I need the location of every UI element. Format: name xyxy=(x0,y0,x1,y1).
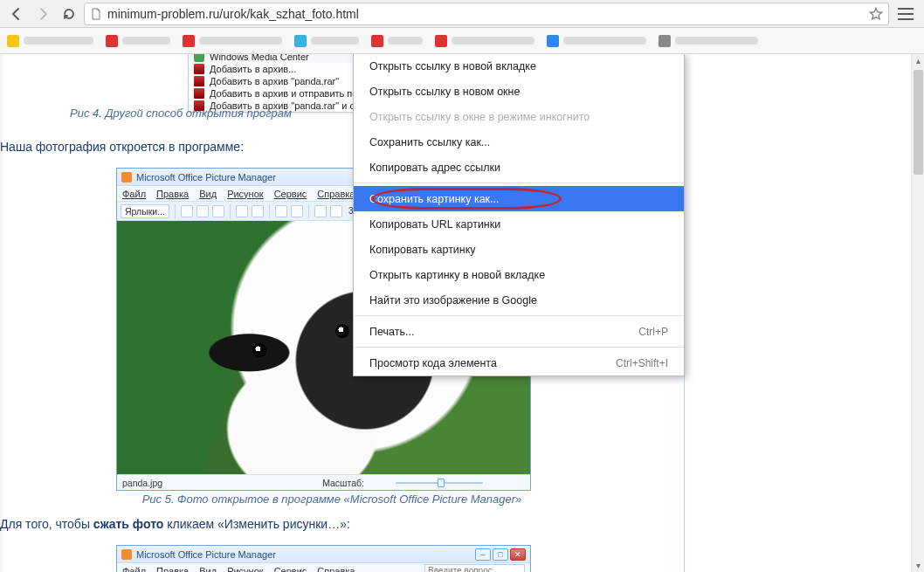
pm-statusbar: panda.jpg Масштаб: xyxy=(117,474,530,490)
ctx-label: Сохранить ссылку как... xyxy=(369,136,490,148)
toolbar-icon[interactable] xyxy=(330,205,342,217)
pm-menu-view[interactable]: Вид xyxy=(199,189,217,199)
ctx-print[interactable]: Печать...Ctrl+P xyxy=(354,319,684,344)
ctx-label: Сохранить картинку как... xyxy=(369,193,500,205)
figure4-caption: Рис 4. Другой способ открытия програм xyxy=(70,107,349,120)
page-viewport: Windows Media Center Добавить в архив...… xyxy=(0,54,924,572)
bookmark-item[interactable] xyxy=(183,35,282,47)
toolbar-icon[interactable] xyxy=(291,205,303,217)
zoom-in-icon[interactable] xyxy=(493,478,504,488)
ctx-open-image-new-tab[interactable]: Открыть картинку в новой вкладке xyxy=(354,262,684,287)
pm-menu-file[interactable]: Файл xyxy=(122,189,146,199)
pm-menu-picture[interactable]: Рисунок xyxy=(227,189,264,199)
pm-titlebar: Microsoft Office Picture Manager – □ ✕ xyxy=(117,546,530,563)
body-line-1: Наша фотография откроется в программе: xyxy=(0,140,244,154)
toolbar-icon[interactable] xyxy=(314,205,327,217)
ctx-open-link-new-tab[interactable]: Открыть ссылку в новой вкладке xyxy=(354,54,684,79)
pm-menu-service[interactable]: Сервис xyxy=(274,566,307,573)
ctx-label: Открыть ссылку в окне в режиме инкогнито xyxy=(369,111,590,123)
bookmark-item[interactable] xyxy=(106,35,170,47)
toolbar-icon[interactable] xyxy=(252,205,264,217)
pm-menu-help[interactable]: Справка xyxy=(317,566,355,573)
pm-menu-service[interactable]: Сервис xyxy=(274,189,307,199)
ctx-separator xyxy=(354,347,684,348)
scroll-up-button[interactable]: ▴ xyxy=(912,54,924,67)
bookmarks-bar xyxy=(0,28,924,54)
ctx-label: Открыть картинку в новой вкладке xyxy=(369,269,545,281)
ctx-save-image-as[interactable]: Сохранить картинку как... xyxy=(354,186,684,211)
ctx-shortcut: Ctrl+P xyxy=(638,326,668,338)
pm-menu-edit[interactable]: Правка xyxy=(156,189,189,199)
pm-menubar: Файл Правка Вид Рисунок Сервис Справка xyxy=(117,563,530,572)
ctx-open-link-new-window[interactable]: Открыть ссылку в новом окне xyxy=(354,79,684,104)
nav-forward-button[interactable] xyxy=(31,3,54,25)
scrollbar-thumb[interactable] xyxy=(914,70,923,175)
ctx-separator xyxy=(354,183,684,183)
ctx-copy-image[interactable]: Копировать картинку xyxy=(354,237,684,262)
ctx-label: Найти это изображение в Google xyxy=(369,294,537,307)
archive-item: Добавить в архив "panda.rar" xyxy=(210,76,339,86)
status-icon[interactable] xyxy=(514,478,525,488)
ctx-label: Открыть ссылку в новой вкладке xyxy=(369,60,536,72)
body-line-2: Для того, чтобы сжать фото кликаем «Изме… xyxy=(0,517,350,531)
figure5-caption: Рис 5. Фото открытое в программе «Micros… xyxy=(0,493,664,506)
pm-menu-file[interactable]: Файл xyxy=(122,566,146,573)
body-text-bold: сжать фото xyxy=(93,517,164,531)
media-center-item: Windows Media Center xyxy=(210,54,309,62)
bookmark-item[interactable] xyxy=(659,35,758,47)
pm-shortcuts-button[interactable]: Ярлыки... xyxy=(121,204,169,218)
ctx-label: Просмотр кода элемента xyxy=(369,357,497,369)
bookmark-item[interactable] xyxy=(435,35,534,47)
toolbar-icon[interactable] xyxy=(197,205,209,217)
bookmark-item[interactable] xyxy=(547,35,646,47)
chrome-menu-button[interactable] xyxy=(898,8,914,20)
pm-logo-icon xyxy=(121,549,132,560)
toolbar-icon[interactable] xyxy=(236,205,248,217)
nav-reload-button[interactable] xyxy=(58,3,80,25)
toolbar-icon[interactable] xyxy=(181,205,193,217)
pm-menu-picture[interactable]: Рисунок xyxy=(227,566,264,573)
bookmark-star-icon[interactable] xyxy=(869,7,883,21)
bookmark-item[interactable] xyxy=(371,35,423,47)
pm-title-text: Microsoft Office Picture Manager xyxy=(136,549,276,560)
ctx-label: Печать... xyxy=(369,326,414,338)
toolbar-icon[interactable] xyxy=(275,205,287,217)
ctx-label: Копировать адрес ссылки xyxy=(369,162,500,174)
nav-back-button[interactable] xyxy=(5,3,28,25)
window-minimize-button[interactable]: – xyxy=(475,548,491,561)
page-icon xyxy=(90,8,102,20)
bookmark-item[interactable] xyxy=(294,35,359,47)
body-text-span: кликаем «Изменить рисунки…»: xyxy=(163,517,349,531)
ctx-label: Открыть ссылку в новом окне xyxy=(369,86,520,98)
zoom-out-icon[interactable] xyxy=(375,478,385,488)
ctx-save-link-as[interactable]: Сохранить ссылку как... xyxy=(354,129,684,155)
window-maximize-button[interactable]: □ xyxy=(493,548,508,561)
ctx-label: Копировать URL картинки xyxy=(369,218,500,231)
ctx-inspect-element[interactable]: Просмотр кода элементаCtrl+Shift+I xyxy=(354,350,684,376)
pm-help-search xyxy=(365,564,525,573)
chrome-context-menu: Открыть ссылку в новой вкладке Открыть с… xyxy=(353,54,685,376)
pm-title-text: Microsoft Office Picture Manager xyxy=(136,172,276,183)
ctx-separator xyxy=(354,315,684,316)
pm-menu-view[interactable]: Вид xyxy=(199,566,217,573)
pm-menu-help[interactable]: Справка xyxy=(317,189,355,199)
ctx-copy-image-url[interactable]: Копировать URL картинки xyxy=(354,211,684,237)
ctx-copy-link-address[interactable]: Копировать адрес ссылки xyxy=(354,155,684,180)
url-text: minimum-problem.ru/urok/kak_szhat_foto.h… xyxy=(107,7,864,21)
browser-toolbar: minimum-problem.ru/urok/kak_szhat_foto.h… xyxy=(0,0,924,28)
ctx-open-link-incognito: Открыть ссылку в окне в режиме инкогнито xyxy=(354,104,684,129)
pm-status-filename: panda.jpg xyxy=(122,478,162,488)
picture-manager-window-2: Microsoft Office Picture Manager – □ ✕ Ф… xyxy=(116,545,531,572)
pm-menu-edit[interactable]: Правка xyxy=(156,566,189,573)
ctx-search-image-google[interactable]: Найти это изображение в Google xyxy=(354,287,684,313)
pm-logo-icon xyxy=(121,172,132,183)
vertical-scrollbar[interactable]: ▴ ▾ xyxy=(911,54,924,572)
pm-help-search-input[interactable] xyxy=(424,564,525,572)
toolbar-icon[interactable] xyxy=(212,205,224,217)
bookmark-item[interactable] xyxy=(7,35,93,47)
scroll-down-button[interactable]: ▾ xyxy=(912,559,924,572)
window-close-button[interactable]: ✕ xyxy=(510,548,526,561)
zoom-slider[interactable] xyxy=(396,482,483,484)
body-text-span: Для того, чтобы xyxy=(0,517,93,531)
address-bar[interactable]: minimum-problem.ru/urok/kak_szhat_foto.h… xyxy=(84,3,889,25)
